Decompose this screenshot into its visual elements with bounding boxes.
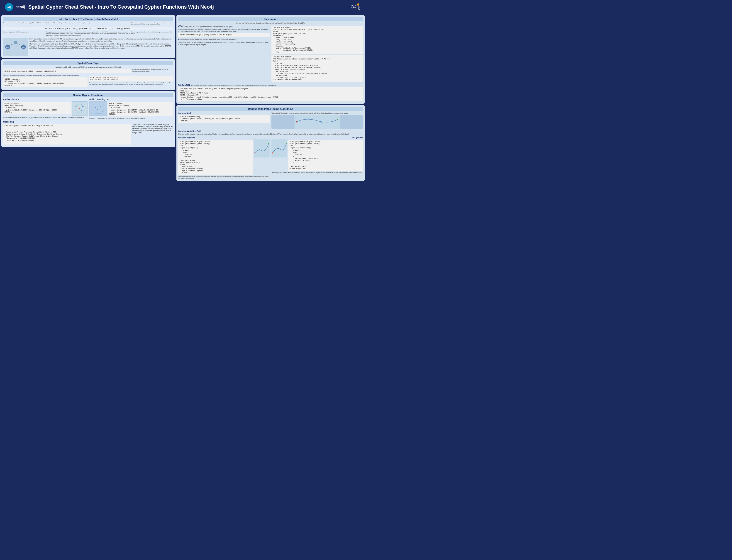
neo4j-logo-icon: n4j: [5, 2, 14, 12]
routing-card: Routing With Path Finding Algorithms Sho…: [177, 105, 365, 181]
svg-point-38: [268, 143, 269, 145]
svg-point-4: [358, 8, 360, 10]
svg-point-21: [76, 106, 77, 107]
svg-point-29: [102, 111, 103, 112]
svg-point-45: [283, 150, 283, 151]
load-airports-code: LOAD CSV WITH HEADERS FROM "https://cdn.…: [272, 26, 363, 54]
step2-text: Create Airport nodes, storing their loca…: [180, 38, 236, 40]
intro-card: Intro To Cypher & The Property Graph Dat…: [1, 15, 175, 58]
constraint-code: CREATE CONSTRAINT FOR (a:Airport) REQUIR…: [178, 33, 270, 37]
svg-point-26: [95, 107, 96, 108]
shortest-weighted-note: Often we want to consider the shortest w…: [178, 133, 363, 135]
csv-section: CSV Using the LOAD CSV Cypher command to…: [178, 25, 270, 82]
logo-container: n4j neo4j: [5, 2, 25, 12]
within-bb-section: Within Bounding Box: [89, 98, 173, 119]
svg-point-23: [82, 106, 83, 107]
spatial-point-subtitle: Neo4j supports 2D or 3D geographic (WGS8…: [3, 66, 173, 68]
index-note: Database indexes are used to speed up se…: [89, 82, 173, 86]
csv-title: CSV: [178, 25, 184, 28]
svg-point-27: [97, 109, 98, 110]
svg-point-3: [357, 3, 359, 6]
geojson-title: GeoJSON: [178, 84, 190, 86]
intro-note-2: Nodes are defined within parentheses () …: [46, 22, 130, 26]
body-text-2: The Cypher query language is used to que…: [29, 43, 173, 49]
radius-title: Radius Distance: [3, 98, 88, 101]
within-bb-note: To search for nodes within a bounding bo…: [89, 117, 173, 119]
svg-line-6: [354, 7, 358, 8]
shortest-path-desc-section: The shortestPath function performs a bin…: [272, 112, 363, 129]
svg-rect-36: [254, 139, 270, 157]
astar-code: MATCH (origin:Airport {iata: "SFO"}) MAT…: [288, 140, 363, 171]
geojson-section: GeoJSON We can also store arrays of Poin…: [178, 84, 363, 101]
intro-section-header: Intro To Cypher & The Property Graph Dat…: [3, 17, 173, 21]
geocoding-note: To geocode a location description into l…: [132, 123, 173, 134]
pattern-note: This graph pattern represents a node wit…: [46, 31, 130, 37]
svg-point-37: [255, 152, 256, 154]
spatial-point-header: Spatial Point Type: [3, 61, 173, 65]
svg-point-33: [337, 119, 338, 120]
within-bb-title: Within Bounding Box: [89, 98, 173, 101]
astar-section: A* Algorithm: [272, 136, 363, 179]
csv-subtitle: Using the LOAD CSV Cypher command to cre…: [185, 26, 233, 28]
svg-point-35: [321, 122, 322, 123]
load-flights-code: LOAD CSV WITH HEADERS FROM "https://cdn.…: [272, 55, 363, 82]
svg-text:FLIGHT_TO: FLIGHT_TO: [14, 46, 18, 47]
svg-point-34: [308, 118, 309, 119]
dijkstra-code: MATCH (origin:Airport {iata: "SFO"}) MAT…: [178, 140, 253, 175]
return-note: Return any variables that we've matched …: [131, 31, 174, 37]
step1-block: 1 - Create a constraint on the field tha…: [178, 28, 270, 32]
astar-note: The A* algorithm adds a heuristic functi…: [272, 172, 363, 174]
svg-rect-31: [295, 115, 340, 129]
svg-point-2: [351, 5, 354, 8]
svg-line-5: [354, 5, 357, 6]
svg-point-42: [272, 152, 273, 154]
geojson-subtitle: We can also store arrays of Points to re…: [191, 84, 276, 86]
intro-body-text: Neo4j is a database management system (D…: [29, 38, 173, 56]
svg-point-43: [286, 143, 287, 145]
header: n4j neo4j Spatial Cypher Cheat Sheet - I…: [0, 0, 366, 14]
geocoding-code: CALL apoc.spatial.geocode('SFO Airport')…: [3, 124, 131, 145]
spatial-functions-card: Spatial Cypher Functions Radius Distance…: [1, 91, 175, 147]
svg-text:n4j: n4j: [7, 6, 11, 9]
radius-map: [72, 101, 88, 116]
main-content: Intro To Cypher & The Property Graph Dat…: [0, 14, 366, 182]
dijkstra-note: Dijkstra's algorithm is similar to a bre…: [178, 176, 270, 179]
creating-note: Creating a point by specifying latitude/…: [132, 69, 173, 72]
shortest-path-section: Shortest Path MATCH p = shortestPath( (:…: [178, 112, 270, 129]
return-point-code: RETURN point( {latitude:37.62245, longit…: [3, 69, 131, 73]
shortest-path-map: [272, 115, 363, 129]
astar-title: A* Algorithm: [272, 137, 363, 139]
svg-line-15: [9, 44, 14, 45]
radius-note: To find nodes close to other nodes in th…: [3, 116, 88, 118]
geocoding-title: Geocoding: [3, 121, 173, 123]
point-note: Point data can be stored as properties o…: [3, 75, 88, 77]
svg-rect-24: [90, 102, 107, 115]
dijkstra-section: Dijkstra's Algorithm MATCH (origin:Airpo…: [178, 136, 270, 179]
intro-note-1: The variable p is bound to the path conn…: [3, 22, 45, 26]
intro-note-3: The variable length path operator * defi…: [131, 22, 174, 26]
shortest-path-title: Shortest Path: [178, 112, 270, 114]
svg-line-16: [17, 44, 22, 45]
svg-point-20: [79, 108, 80, 109]
geojson-code: CALL apoc.load.json('https://cdn.neo4jla…: [178, 87, 363, 101]
cypher-query-text: MATCH p=(sfo:Airport {iata: "SFO"})-[b:F…: [45, 28, 132, 29]
logo-text: neo4j: [15, 5, 25, 9]
svg-rect-41: [272, 139, 287, 157]
svg-text:Airport: Airport: [15, 42, 17, 43]
svg-point-32: [296, 121, 298, 123]
search-note: Search the graph for the following patte…: [3, 31, 45, 37]
shortest-weighted-section: Shortest Weighted Path Often we want to …: [178, 130, 363, 179]
step3-text: Create FLIGHT_TO relationships connectin…: [178, 42, 269, 45]
create-airport-code: CREATE (a:Airport) SET a.iata = "SFO", a…: [3, 77, 88, 87]
svg-point-30: [91, 112, 92, 113]
svg-point-39: [259, 149, 260, 150]
spatial-point-card: Spatial Point Type Neo4j supports 2D or …: [1, 59, 175, 90]
create-airport-section: Point data can be stored as properties o…: [3, 75, 88, 88]
svg-text:Airport: Airport: [22, 47, 25, 48]
index-section: CREATE POINT INDEX airportIndex FOR (a:A…: [89, 75, 173, 88]
step1-label: 1 -: [178, 29, 180, 30]
graph-decoration-icon: [350, 2, 362, 12]
geocoding-section: Geocoding CALL apoc.spatial.geocode('SFO…: [3, 121, 173, 145]
svg-point-22: [81, 110, 82, 111]
index-code: CREATE POINT INDEX airportIndex FOR (a:A…: [89, 76, 173, 81]
